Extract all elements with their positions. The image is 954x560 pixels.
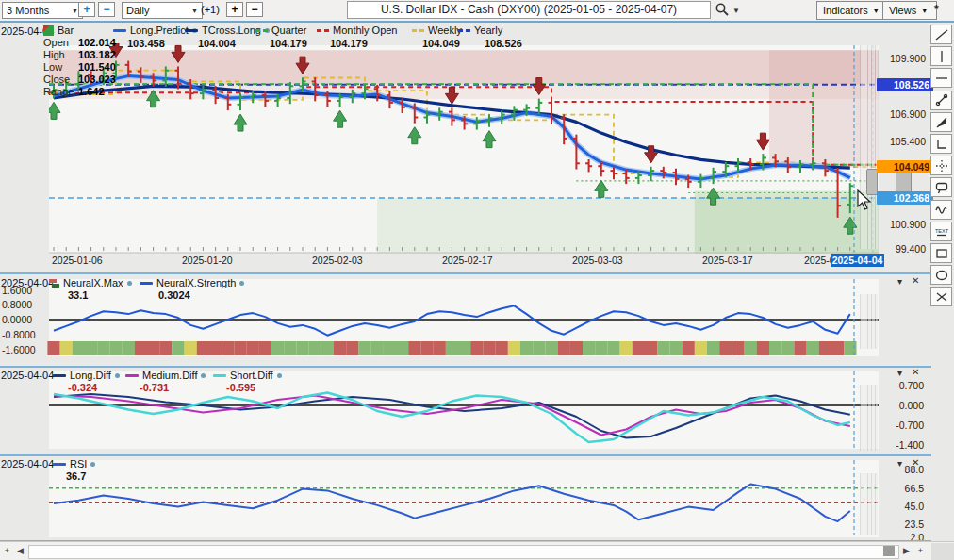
period-select[interactable]: Daily ▼ (122, 2, 203, 19)
series-options-dot-icon[interactable] (115, 373, 120, 378)
measure-tool-button[interactable] (930, 91, 952, 110)
plus-one-label: (+1) (201, 4, 220, 15)
panel-collapse-icon[interactable]: ▾ (897, 277, 902, 287)
neuralx-max-strip-cell (434, 341, 446, 355)
panel-collapse-icon[interactable]: ▾ (897, 459, 902, 469)
rsi-panel-chart[interactable] (0, 456, 929, 541)
scrollbar-track[interactable] (28, 545, 899, 559)
panel-close-icon[interactable]: ✕ (912, 458, 919, 468)
bar-series-swatch-icon (43, 25, 54, 36)
legend-item-neuralx-strength[interactable]: NeuralX.Strength (140, 277, 244, 288)
angle-tool-button[interactable] (930, 134, 952, 154)
panel-close-icon[interactable]: ✕ (912, 368, 919, 377)
date-axis-label: 2025-03-17 (702, 255, 753, 266)
callout-tool-button[interactable] (930, 177, 952, 197)
range-zoom-out-button[interactable]: − (98, 2, 115, 17)
pin-indicator[interactable]: * (934, 3, 939, 16)
indicators-button[interactable]: Indicators ▼ (816, 1, 884, 20)
vertical-line-icon (934, 50, 949, 63)
rectangle-tool-button[interactable] (930, 243, 952, 263)
range-select[interactable]: 3 Months ▼ (2, 2, 83, 19)
neuralx-max-strip-cell (794, 341, 806, 355)
measure-icon (934, 93, 949, 107)
horizontal-line-icon (934, 72, 949, 85)
search-dropdown-caret-icon[interactable]: ▼ (732, 7, 740, 15)
price-axis-label: 108.526 (877, 78, 933, 91)
panel-close-icon[interactable]: ✕ (912, 276, 919, 286)
scroll-step-left-button[interactable]: ◀ (14, 544, 26, 557)
diff-cursor-date: 2025-04-04 (1, 370, 54, 381)
neuralx-max-strip-cell (757, 341, 769, 355)
legend-item-rsi[interactable]: RSI (53, 458, 95, 469)
neuralx-max-strip-cell (85, 341, 97, 355)
legend-item-medium-diff[interactable]: Medium.Diff (125, 370, 206, 381)
neuralx-axis-label: 0.0000 (2, 314, 32, 325)
period-select-value: Daily (126, 5, 149, 16)
horizontal-line-tool-button[interactable] (930, 68, 952, 88)
medium-diff-swatch-icon (125, 374, 139, 377)
ellipse-icon (934, 269, 949, 282)
short-diff-value: -0.595 (226, 382, 255, 393)
neuralx-max-strip-cell (259, 341, 271, 355)
future-zone-hatch (860, 45, 878, 249)
flag-tool-button[interactable] (930, 112, 952, 132)
neuralx-max-strip-cell (346, 341, 358, 355)
scroll-pan-left-button[interactable]: + (1, 544, 13, 557)
series-options-dot-icon[interactable] (277, 373, 282, 378)
legend-item-long-diff[interactable]: Long.Diff (53, 370, 120, 381)
range-zoom-in-button[interactable]: + (78, 2, 95, 17)
yearly-swatch-icon (458, 29, 470, 32)
legend-item-neuralx-max[interactable]: NeuralX.Max (49, 277, 132, 288)
scrollbar-thumb[interactable] (883, 546, 895, 556)
series-options-dot-icon[interactable] (90, 462, 95, 467)
crosshair-tool-button[interactable] (930, 156, 952, 175)
scroll-step-right-button[interactable]: ▶ (900, 544, 913, 557)
neuralx-max-strip-cell (769, 341, 781, 355)
price-axis-label: 106.900 (877, 108, 926, 120)
neuralx-max-strip-cell (508, 341, 520, 355)
legend-label: Medium.Diff (142, 370, 197, 381)
date-axis-label: 2025-03-03 (572, 255, 623, 266)
series-options-dot-icon[interactable] (201, 373, 206, 378)
neuralx-max-strip-cell (284, 341, 296, 355)
legend-item-yearly[interactable]: Yearly (458, 25, 502, 36)
wave-tool-button[interactable] (930, 200, 952, 220)
bars-remove-button[interactable]: − (246, 2, 263, 17)
svg-text:TEXT: TEXT (934, 228, 948, 234)
neuralx-max-value: 33.1 (68, 289, 88, 301)
scroll-pan-right-button[interactable]: + (914, 544, 927, 557)
main-price-chart[interactable] (0, 21, 929, 273)
monthly-open-value: 104.179 (330, 38, 368, 49)
neuralx-max-strip-cell (633, 341, 645, 355)
horizontal-scrollbar[interactable]: + ◀ ▶ + (0, 541, 954, 560)
neuralx-max-strip-cell (520, 341, 533, 355)
neuralx-axis-label: -1.6000 (2, 344, 36, 355)
vertical-line-tool-button[interactable] (930, 46, 952, 66)
legend-item-bar[interactable]: Bar (43, 25, 74, 36)
legend-item-monthly-open[interactable]: Monthly Open (317, 25, 397, 36)
date-axis-label: 2025-02-17 (442, 255, 493, 266)
delete-tool-button[interactable] (930, 287, 952, 306)
series-options-dot-icon[interactable] (239, 281, 244, 286)
legend-label: Monthly Open (333, 25, 397, 36)
legend-item-quarter[interactable]: Quarter (255, 25, 306, 36)
panel-collapse-icon[interactable]: ▾ (897, 369, 902, 378)
ellipse-tool-button[interactable] (930, 265, 952, 285)
text-tool-button[interactable]: TEXT (930, 222, 952, 241)
price-axis-label: 105.400 (877, 136, 926, 147)
search-icon[interactable] (715, 2, 730, 19)
diff-axis-label: -1.400 (880, 439, 924, 451)
price-axis-label: 109.900 (877, 53, 926, 64)
rsi-axis-label: 66.5 (880, 483, 924, 494)
legend-item-weekly[interactable]: Weekly (412, 25, 462, 36)
panel-separator[interactable] (0, 272, 931, 274)
series-options-dot-icon[interactable] (127, 281, 132, 286)
bars-add-button[interactable]: + (226, 2, 243, 17)
neuralx-panel-chart[interactable] (0, 275, 929, 366)
views-button[interactable]: Views ▼ (882, 1, 937, 20)
neuralx-max-strip-cell (645, 341, 657, 355)
trendline-tool-button[interactable] (930, 25, 952, 44)
neuralx-max-strip-cell (819, 341, 831, 355)
legend-item-short-diff[interactable]: Short.Diff (213, 370, 282, 381)
wave-icon (934, 203, 949, 216)
